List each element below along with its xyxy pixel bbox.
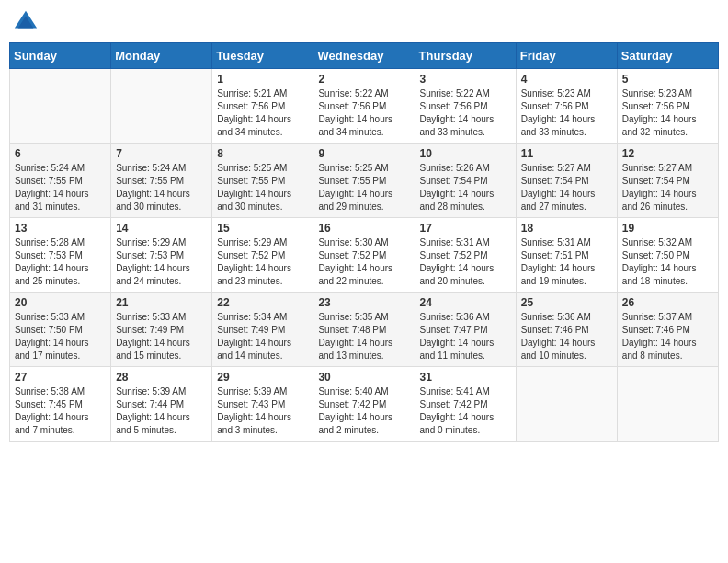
- calendar-cell: [617, 367, 718, 442]
- calendar-cell: 9Sunrise: 5:25 AM Sunset: 7:55 PM Daylig…: [313, 144, 415, 218]
- day-number: 30: [318, 371, 409, 384]
- day-info: Sunrise: 5:39 AM Sunset: 7:43 PM Dayligh…: [217, 385, 308, 437]
- day-info: Sunrise: 5:26 AM Sunset: 7:54 PM Dayligh…: [420, 162, 511, 213]
- calendar-cell: 11Sunrise: 5:27 AM Sunset: 7:54 PM Dayli…: [516, 144, 617, 218]
- day-info: Sunrise: 5:29 AM Sunset: 7:53 PM Dayligh…: [116, 236, 207, 288]
- day-info: Sunrise: 5:27 AM Sunset: 7:54 PM Dayligh…: [521, 162, 612, 213]
- calendar-week-2: 6Sunrise: 5:24 AM Sunset: 7:55 PM Daylig…: [10, 144, 719, 218]
- calendar-cell: 4Sunrise: 5:23 AM Sunset: 7:56 PM Daylig…: [516, 69, 617, 144]
- day-info: Sunrise: 5:36 AM Sunset: 7:47 PM Dayligh…: [420, 311, 511, 362]
- day-info: Sunrise: 5:33 AM Sunset: 7:50 PM Dayligh…: [15, 311, 106, 362]
- calendar-cell: 23Sunrise: 5:35 AM Sunset: 7:48 PM Dayli…: [313, 293, 415, 367]
- weekday-header-saturday: Saturday: [617, 43, 718, 69]
- day-info: Sunrise: 5:27 AM Sunset: 7:54 PM Dayligh…: [622, 162, 713, 213]
- weekday-header-wednesday: Wednesday: [313, 43, 415, 69]
- calendar-cell: 6Sunrise: 5:24 AM Sunset: 7:55 PM Daylig…: [10, 144, 111, 218]
- calendar-cell: [516, 367, 617, 442]
- day-number: 11: [521, 147, 612, 160]
- day-number: 16: [318, 222, 409, 235]
- weekday-header-monday: Monday: [111, 43, 212, 69]
- calendar-cell: 12Sunrise: 5:27 AM Sunset: 7:54 PM Dayli…: [617, 144, 718, 218]
- calendar-cell: 17Sunrise: 5:31 AM Sunset: 7:52 PM Dayli…: [415, 218, 516, 293]
- day-number: 10: [420, 147, 511, 160]
- calendar-cell: 29Sunrise: 5:39 AM Sunset: 7:43 PM Dayli…: [212, 367, 313, 442]
- day-number: 31: [420, 371, 511, 384]
- calendar-cell: 14Sunrise: 5:29 AM Sunset: 7:53 PM Dayli…: [111, 218, 212, 293]
- logo-icon: [13, 9, 39, 35]
- calendar-header: SundayMondayTuesdayWednesdayThursdayFrid…: [10, 43, 719, 69]
- day-number: 25: [521, 296, 612, 309]
- day-info: Sunrise: 5:31 AM Sunset: 7:51 PM Dayligh…: [521, 236, 612, 288]
- day-info: Sunrise: 5:40 AM Sunset: 7:42 PM Dayligh…: [318, 385, 409, 437]
- day-number: 14: [116, 222, 207, 235]
- calendar-cell: 15Sunrise: 5:29 AM Sunset: 7:52 PM Dayli…: [212, 218, 313, 293]
- calendar-cell: 26Sunrise: 5:37 AM Sunset: 7:46 PM Dayli…: [617, 293, 718, 367]
- calendar-cell: 3Sunrise: 5:22 AM Sunset: 7:56 PM Daylig…: [415, 69, 516, 144]
- day-number: 20: [15, 296, 106, 309]
- calendar-cell: 1Sunrise: 5:21 AM Sunset: 7:56 PM Daylig…: [212, 69, 313, 144]
- day-number: 9: [318, 147, 409, 160]
- day-number: 23: [318, 296, 409, 309]
- calendar-body: 1Sunrise: 5:21 AM Sunset: 7:56 PM Daylig…: [10, 69, 719, 442]
- day-info: Sunrise: 5:32 AM Sunset: 7:50 PM Dayligh…: [622, 236, 713, 288]
- day-info: Sunrise: 5:25 AM Sunset: 7:55 PM Dayligh…: [318, 162, 409, 213]
- page-header: [9, 9, 719, 35]
- calendar-week-5: 27Sunrise: 5:38 AM Sunset: 7:45 PM Dayli…: [10, 367, 719, 442]
- day-number: 18: [521, 222, 612, 235]
- day-info: Sunrise: 5:31 AM Sunset: 7:52 PM Dayligh…: [420, 236, 511, 288]
- day-number: 12: [622, 147, 713, 160]
- calendar-cell: 27Sunrise: 5:38 AM Sunset: 7:45 PM Dayli…: [10, 367, 111, 442]
- calendar-cell: 10Sunrise: 5:26 AM Sunset: 7:54 PM Dayli…: [415, 144, 516, 218]
- day-info: Sunrise: 5:34 AM Sunset: 7:49 PM Dayligh…: [217, 311, 308, 362]
- day-number: 22: [217, 296, 308, 309]
- day-info: Sunrise: 5:35 AM Sunset: 7:48 PM Dayligh…: [318, 311, 409, 362]
- calendar-cell: [10, 69, 111, 144]
- calendar-cell: 16Sunrise: 5:30 AM Sunset: 7:52 PM Dayli…: [313, 218, 415, 293]
- calendar-cell: 20Sunrise: 5:33 AM Sunset: 7:50 PM Dayli…: [10, 293, 111, 367]
- day-number: 8: [217, 147, 308, 160]
- day-number: 27: [15, 371, 106, 384]
- day-info: Sunrise: 5:21 AM Sunset: 7:56 PM Dayligh…: [217, 87, 308, 139]
- day-info: Sunrise: 5:22 AM Sunset: 7:56 PM Dayligh…: [420, 87, 511, 139]
- day-info: Sunrise: 5:25 AM Sunset: 7:55 PM Dayligh…: [217, 162, 308, 213]
- weekday-header-thursday: Thursday: [415, 43, 516, 69]
- calendar-cell: 24Sunrise: 5:36 AM Sunset: 7:47 PM Dayli…: [415, 293, 516, 367]
- calendar-cell: 7Sunrise: 5:24 AM Sunset: 7:55 PM Daylig…: [111, 144, 212, 218]
- day-info: Sunrise: 5:23 AM Sunset: 7:56 PM Dayligh…: [521, 87, 612, 139]
- calendar-cell: 31Sunrise: 5:41 AM Sunset: 7:42 PM Dayli…: [415, 367, 516, 442]
- day-info: Sunrise: 5:33 AM Sunset: 7:49 PM Dayligh…: [116, 311, 207, 362]
- day-number: 19: [622, 222, 713, 235]
- calendar-cell: [111, 69, 212, 144]
- calendar-cell: 21Sunrise: 5:33 AM Sunset: 7:49 PM Dayli…: [111, 293, 212, 367]
- day-number: 5: [622, 73, 713, 86]
- day-info: Sunrise: 5:37 AM Sunset: 7:46 PM Dayligh…: [622, 311, 713, 362]
- day-info: Sunrise: 5:30 AM Sunset: 7:52 PM Dayligh…: [318, 236, 409, 288]
- day-number: 15: [217, 222, 308, 235]
- weekday-header-friday: Friday: [516, 43, 617, 69]
- weekday-header-tuesday: Tuesday: [212, 43, 313, 69]
- day-info: Sunrise: 5:41 AM Sunset: 7:42 PM Dayligh…: [420, 385, 511, 437]
- day-number: 6: [15, 147, 106, 160]
- day-number: 28: [116, 371, 207, 384]
- calendar-week-4: 20Sunrise: 5:33 AM Sunset: 7:50 PM Dayli…: [10, 293, 719, 367]
- day-info: Sunrise: 5:36 AM Sunset: 7:46 PM Dayligh…: [521, 311, 612, 362]
- calendar-week-1: 1Sunrise: 5:21 AM Sunset: 7:56 PM Daylig…: [10, 69, 719, 144]
- calendar-cell: 8Sunrise: 5:25 AM Sunset: 7:55 PM Daylig…: [212, 144, 313, 218]
- calendar-week-3: 13Sunrise: 5:28 AM Sunset: 7:53 PM Dayli…: [10, 218, 719, 293]
- calendar-cell: 2Sunrise: 5:22 AM Sunset: 7:56 PM Daylig…: [313, 69, 415, 144]
- calendar-cell: 22Sunrise: 5:34 AM Sunset: 7:49 PM Dayli…: [212, 293, 313, 367]
- calendar-cell: 30Sunrise: 5:40 AM Sunset: 7:42 PM Dayli…: [313, 367, 415, 442]
- calendar-cell: 5Sunrise: 5:23 AM Sunset: 7:56 PM Daylig…: [617, 69, 718, 144]
- day-info: Sunrise: 5:38 AM Sunset: 7:45 PM Dayligh…: [15, 385, 106, 437]
- day-number: 1: [217, 73, 308, 86]
- day-number: 3: [420, 73, 511, 86]
- calendar-cell: 19Sunrise: 5:32 AM Sunset: 7:50 PM Dayli…: [617, 218, 718, 293]
- calendar-cell: 25Sunrise: 5:36 AM Sunset: 7:46 PM Dayli…: [516, 293, 617, 367]
- logo: [13, 9, 42, 35]
- day-number: 21: [116, 296, 207, 309]
- day-number: 4: [521, 73, 612, 86]
- calendar-cell: 13Sunrise: 5:28 AM Sunset: 7:53 PM Dayli…: [10, 218, 111, 293]
- day-number: 29: [217, 371, 308, 384]
- day-info: Sunrise: 5:39 AM Sunset: 7:44 PM Dayligh…: [116, 385, 207, 437]
- day-info: Sunrise: 5:28 AM Sunset: 7:53 PM Dayligh…: [15, 236, 106, 288]
